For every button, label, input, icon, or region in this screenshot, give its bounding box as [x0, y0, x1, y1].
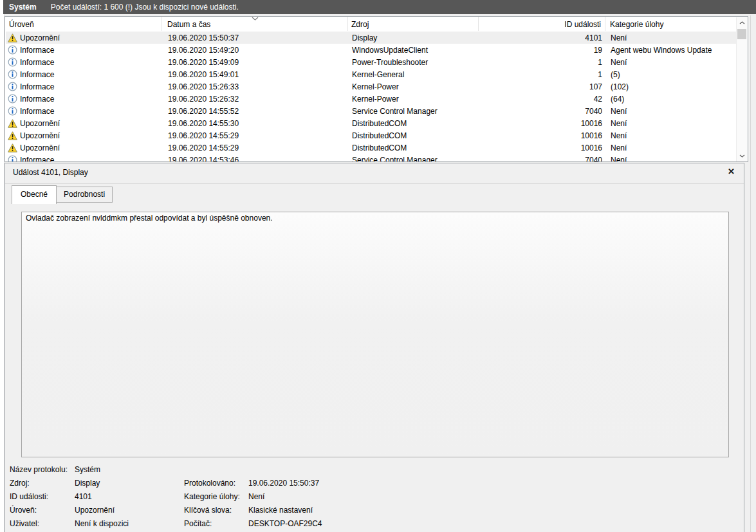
datetime-cell: 19.06.2020 15:49:01 [162, 70, 349, 79]
table-row[interactable]: Informace 19.06.2020 15:49:20 WindowsUpd… [6, 44, 737, 56]
table-header-row: Úroveň Datum a čas Zdroj ID události Kat… [5, 17, 748, 31]
table-row[interactable]: Upozornění 19.06.2020 14:55:29 Distribut… [6, 129, 737, 142]
datetime-cell: 19.06.2020 15:50:37 [162, 33, 349, 42]
source-cell: DistributedCOM [349, 119, 479, 128]
table-row[interactable]: Upozornění 19.06.2020 15:50:37 Display 4… [6, 32, 737, 44]
column-header-datetime[interactable]: Datum a čas [161, 17, 348, 31]
info-circle-icon [8, 94, 18, 104]
datetime-cell: 19.06.2020 15:49:09 [162, 58, 349, 67]
event-field-grid: Název protokolu: Systém Zdroj: Display P… [5, 465, 744, 532]
field-row: Úroveň: Upozornění Klíčová slova: Klasic… [5, 506, 744, 519]
datetime-cell: 19.06.2020 15:49:20 [162, 46, 349, 55]
info-circle-icon [8, 45, 18, 55]
source-cell: Kernel-General [349, 70, 479, 79]
level-label: Upozornění [20, 33, 60, 42]
event-id-cell: 4101 [479, 33, 606, 42]
tab-general[interactable]: Obecné [12, 185, 57, 204]
field-value: DESKTOP-OAF29C4 [248, 519, 322, 528]
datetime-cell: 19.06.2020 14:55:29 [162, 131, 349, 140]
event-pane-tabs: Obecné Podrobnosti [12, 185, 113, 204]
pane-title-separator [5, 183, 744, 184]
scrollbar-thumb[interactable] [737, 29, 746, 39]
info-circle-icon [8, 69, 18, 79]
event-id-cell: 42 [479, 95, 606, 104]
field-label: Název protokolu: [10, 465, 68, 474]
source-cell: Service Control Manager [349, 107, 479, 116]
datetime-cell: 19.06.2020 14:55:52 [162, 107, 349, 116]
source-cell: WindowsUpdateClient [349, 46, 479, 55]
field-value: 19.06.2020 15:50:37 [248, 479, 319, 488]
warning-triangle-icon [8, 118, 18, 128]
task-category-cell: Agent webu Windows Update [606, 46, 737, 55]
field-label: Počítač: [184, 519, 212, 528]
event-table-rows: Upozornění 19.06.2020 15:50:37 Display 4… [6, 32, 737, 161]
scroll-down-button[interactable] [737, 151, 747, 161]
field-label: Klíčová slova: [184, 506, 232, 515]
event-id-cell: 1 [479, 58, 606, 67]
task-category-cell: Není [606, 33, 737, 42]
level-label: Informace [20, 156, 54, 162]
level-label: Upozornění [20, 131, 60, 140]
field-value: 4101 [75, 492, 92, 501]
event-id-cell: 1 [479, 70, 606, 79]
field-value: Upozornění [75, 506, 115, 515]
column-header-level[interactable]: Úroveň [5, 17, 161, 31]
field-label: Úroveň: [10, 506, 37, 515]
table-row[interactable]: Informace 19.06.2020 15:26:33 Kernel-Pow… [6, 80, 737, 93]
task-category-cell: (5) [606, 70, 737, 79]
info-circle-icon [8, 82, 18, 91]
field-value: Klasické nastavení [248, 506, 313, 515]
close-icon[interactable]: ✕ [728, 167, 735, 176]
table-row[interactable]: Informace 19.06.2020 15:26:32 Kernel-Pow… [6, 93, 737, 105]
event-id-cell: 7040 [479, 107, 606, 116]
pane-splitter[interactable] [750, 15, 751, 532]
source-cell: Kernel-Power [349, 95, 479, 104]
level-label: Informace [20, 70, 54, 79]
source-cell: DistributedCOM [349, 143, 479, 152]
left-edge-strip [0, 0, 5, 532]
datetime-cell: 19.06.2020 14:55:29 [162, 143, 349, 152]
sort-descending-icon [252, 17, 259, 21]
field-value: Display [75, 479, 100, 488]
event-id-cell: 19 [479, 46, 606, 55]
level-label: Informace [20, 58, 54, 67]
datetime-cell: 19.06.2020 14:53:46 [162, 156, 349, 162]
table-row[interactable]: Upozornění 19.06.2020 14:55:29 Distribut… [6, 142, 737, 154]
event-description-box[interactable]: Ovladač zobrazení nvlddmkm přestal odpov… [21, 212, 729, 457]
field-row: Název protokolu: Systém [5, 465, 744, 479]
task-category-cell: Není [606, 107, 737, 116]
warning-triangle-icon [8, 33, 18, 42]
level-label: Upozornění [20, 143, 60, 152]
field-label: Kategorie úlohy: [184, 492, 240, 501]
scroll-up-button[interactable] [737, 17, 747, 28]
source-cell: Service Control Manager [349, 156, 479, 162]
field-value: Není k dispozici [75, 519, 129, 528]
event-id-cell: 10016 [479, 119, 606, 128]
table-row[interactable]: Informace 19.06.2020 15:49:01 Kernel-Gen… [6, 68, 737, 80]
task-category-cell: Není [606, 131, 737, 140]
table-row[interactable]: Informace 19.06.2020 15:49:09 Power-Trou… [6, 56, 737, 68]
field-value: Systém [75, 465, 100, 474]
column-header-source[interactable]: Zdroj [348, 17, 479, 31]
table-row[interactable]: Upozornění 19.06.2020 14:55:30 Distribut… [6, 117, 737, 129]
task-category-cell: (102) [606, 82, 737, 91]
table-row[interactable]: Informace 19.06.2020 14:55:52 Service Co… [6, 105, 737, 117]
task-category-cell: Není [606, 143, 737, 152]
event-count-status: Počet událostí: 1 600 (!) Jsou k dispozi… [51, 3, 239, 12]
field-row: Zdroj: Display Protokolováno: 19.06.2020… [5, 479, 744, 492]
column-header-datetime-label: Datum a čas [167, 20, 210, 29]
column-header-task-category[interactable]: Kategorie úlohy [605, 17, 748, 31]
log-title: Systém [9, 3, 37, 12]
column-header-event-id[interactable]: ID události [479, 17, 605, 31]
field-value: Není [248, 492, 264, 501]
event-table: Úroveň Datum a čas Zdroj ID události Kat… [5, 16, 748, 162]
datetime-cell: 19.06.2020 15:26:33 [162, 82, 349, 91]
table-scrollbar[interactable] [736, 17, 747, 161]
source-cell: Kernel-Power [349, 82, 479, 91]
level-label: Informace [20, 95, 54, 104]
info-circle-icon [8, 57, 18, 67]
source-cell: Display [349, 33, 479, 42]
tab-details[interactable]: Podrobnosti [57, 187, 113, 203]
table-row[interactable]: Informace 19.06.2020 14:53:46 Service Co… [6, 154, 737, 161]
event-id-cell: 10016 [479, 143, 606, 152]
